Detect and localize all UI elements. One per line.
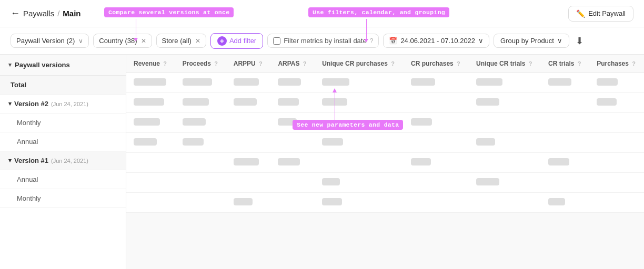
date-chevron-icon: ∨ (478, 37, 484, 45)
date-range-button[interactable]: 📅 24.06.2021 - 07.10.2022 ∨ (383, 34, 489, 48)
store-filter-label: Store (all) (162, 37, 192, 45)
cell (469, 113, 541, 133)
country-filter-button[interactable]: Country (38) ✕ (93, 34, 152, 48)
cell (404, 173, 469, 193)
version1-monthly-label: Monthly (17, 194, 41, 202)
cell (126, 113, 175, 133)
left-panel-title: Paywall versions (15, 61, 70, 69)
cell (469, 93, 541, 113)
cell (469, 133, 541, 153)
cell (589, 153, 644, 173)
breadcrumb-paywalls[interactable]: Paywalls (23, 9, 54, 18)
edit-paywall-label: Edit Paywall (588, 9, 626, 17)
cell (315, 133, 404, 153)
col-proceeds: Proceeds ? (175, 55, 226, 73)
cell (404, 133, 469, 153)
version-filter-button[interactable]: Paywall Version (2) ∨ (11, 34, 89, 48)
cell (315, 173, 404, 193)
cell (270, 133, 315, 153)
version2-annual-label: Annual (17, 138, 38, 146)
table-row (126, 193, 644, 213)
add-filter-label: Add filter (229, 37, 256, 45)
cell (589, 93, 644, 113)
version1-chevron-icon: ▾ (8, 157, 12, 164)
group-chevron-icon: ∨ (557, 37, 562, 45)
cell (126, 93, 175, 113)
total-row[interactable]: Total (0, 76, 126, 95)
col-unique-cr-purchases: Unique CR purchases ? (315, 55, 404, 73)
cell (541, 193, 589, 213)
cell (541, 153, 589, 173)
col-unique-cr-trials: Unique CR trials ? (469, 55, 541, 73)
download-button[interactable]: ⬇ (573, 33, 586, 49)
cell (226, 193, 271, 213)
cell (175, 93, 226, 113)
cell (589, 113, 644, 133)
country-close-icon[interactable]: ✕ (141, 37, 146, 45)
version1-label: Version #1 (14, 157, 48, 164)
cell (226, 93, 271, 113)
group-by-label: Group by Product (500, 37, 554, 45)
cell (469, 173, 541, 193)
cell (226, 73, 271, 93)
breadcrumb-main: Main (63, 9, 80, 18)
cell (270, 93, 315, 113)
cell (541, 73, 589, 93)
group-by-button[interactable]: Group by Product ∨ (494, 34, 569, 48)
table-row (126, 93, 644, 113)
cell (126, 73, 175, 93)
cell (404, 93, 469, 113)
help-icon: ? (370, 37, 374, 45)
cell (175, 153, 226, 173)
plus-icon: + (217, 36, 227, 46)
version1-annual-label: Annual (17, 175, 38, 183)
store-close-icon[interactable]: ✕ (195, 37, 200, 45)
download-icon: ⬇ (576, 36, 583, 46)
total-label: Total (11, 81, 26, 89)
cell (226, 133, 271, 153)
store-filter-button[interactable]: Store (all) ✕ (156, 34, 206, 48)
edit-paywall-button[interactable]: ✏️ Edit Paywall (568, 6, 633, 22)
col-arppu: ARPPU ? (226, 55, 271, 73)
version2-annual-row[interactable]: Annual (0, 132, 126, 151)
version1-header-row[interactable]: ▾ Version #1 (Jun 24, 2021) (0, 151, 126, 170)
cell (315, 93, 404, 113)
breadcrumb: ← Paywalls / Main (11, 8, 81, 19)
version2-monthly-row[interactable]: Monthly (0, 113, 126, 132)
cell (541, 133, 589, 153)
date-range-label: 24.06.2021 - 07.10.2022 (400, 37, 475, 45)
calendar-icon: 📅 (389, 37, 397, 45)
table-row (126, 133, 644, 153)
version2-chevron-icon: ▾ (8, 100, 12, 107)
cell (404, 193, 469, 213)
version1-monthly-row[interactable]: Monthly (0, 189, 126, 208)
cell (541, 173, 589, 193)
table-container: ▾ Paywall versions Total ▾ Version #2 (J… (0, 55, 644, 269)
col-cr-trials: CR trials ? (541, 55, 589, 73)
filters-bar: Paywall Version (2) ∨ Country (38) ✕ Sto… (0, 27, 644, 55)
version-filter-label: Paywall Version (2) (16, 37, 75, 45)
cell (469, 153, 541, 173)
add-filter-button[interactable]: + Add filter (210, 33, 263, 49)
cell (469, 73, 541, 93)
left-panel: ▾ Paywall versions Total ▾ Version #2 (J… (0, 55, 126, 269)
cell (270, 113, 315, 133)
back-button[interactable]: ← (11, 8, 20, 19)
install-date-checkbox[interactable] (273, 37, 280, 45)
cell (404, 73, 469, 93)
pencil-icon: ✏️ (576, 9, 585, 18)
cell (541, 113, 589, 133)
cell (126, 173, 175, 193)
chevron-down-icon: ∨ (78, 37, 83, 45)
version2-monthly-label: Monthly (17, 119, 41, 127)
table-row (126, 113, 644, 133)
country-filter-label: Country (38) (99, 37, 137, 45)
install-date-filter[interactable]: Filter metrics by install date ? (267, 34, 379, 48)
col-arpas: ARPAS ? (270, 55, 315, 73)
cell (126, 153, 175, 173)
version1-annual-row[interactable]: Annual (0, 170, 126, 189)
version2-header-row[interactable]: ▾ Version #2 (Jun 24, 2021) (0, 95, 126, 113)
cell (226, 153, 271, 173)
versions-chevron-icon: ▾ (8, 61, 12, 68)
cell (175, 113, 226, 133)
